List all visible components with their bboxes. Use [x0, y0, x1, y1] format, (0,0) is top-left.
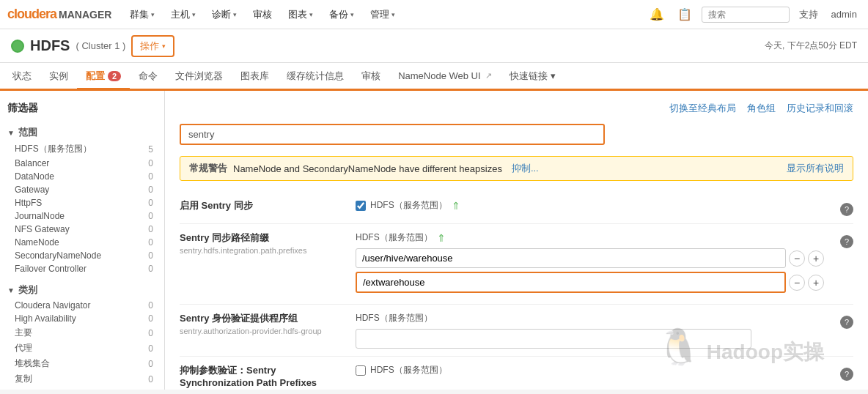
help-col: ?	[831, 199, 853, 216]
category-section: ▼ 类别 Cloudera Navigator 0 High Availabil…	[7, 281, 157, 387]
tab-quick-links[interactable]: 快速链接 ▾	[501, 64, 564, 90]
sentry-path-input-2[interactable]	[356, 272, 786, 293]
dropdown-caret: ▾	[192, 11, 196, 18]
scope-list: HDFS（服务范围） 5 Balancer 0 DataNode 0 Gatew…	[7, 141, 157, 275]
search-input[interactable]	[702, 7, 790, 23]
service-header: HDFS ( Cluster 1 ) 操作 ▾ 今天, 下午2点50分 EDT	[0, 29, 868, 63]
dropdown-caret: ▾	[391, 11, 395, 18]
remove-path-btn-1[interactable]: −	[789, 250, 805, 267]
scope-label: HDFS（服务范围）	[356, 231, 433, 244]
sidebar-item-cloudera-navigator[interactable]: Cloudera Navigator 0	[11, 299, 157, 312]
action-caret: ▾	[162, 42, 166, 50]
sidebar-item-balancer[interactable]: Balancer 0	[11, 157, 157, 170]
config-table: 启用 Sentry 同步 HDFS（服务范围） ⇑ ? Sentry 同步路径前…	[180, 192, 853, 390]
tab-instances[interactable]: 实例	[40, 64, 77, 90]
scope-row: HDFS（服务范围） ⇑	[356, 231, 824, 244]
dropdown-caret: ▾	[350, 11, 354, 18]
nav-item-charts[interactable]: 图表 ▾	[281, 0, 320, 29]
logo-cloudera: cloudera	[7, 7, 56, 22]
sidebar-item-secondary-namenode[interactable]: SecondaryNameNode 0	[11, 249, 157, 262]
add-path-btn-1[interactable]: +	[808, 250, 824, 267]
sidebar-item-stack-collection[interactable]: 堆栈集合 0	[11, 356, 157, 371]
help-icon[interactable]: ?	[840, 368, 853, 381]
config-control-col: HDFS（服务范围）	[356, 364, 824, 376]
sidebar-item-proxy[interactable]: 代理 0	[11, 341, 157, 356]
nav-item-backup[interactable]: 备份 ▾	[322, 0, 361, 29]
sidebar-item-datanode[interactable]: DataNode 0	[11, 170, 157, 183]
config-search-input[interactable]	[180, 124, 605, 145]
external-link-icon: ↗	[485, 71, 492, 81]
scope-arrow-icon: ⇑	[437, 232, 446, 244]
support-link[interactable]: 支持	[795, 8, 822, 21]
nav-right: 🔔 📋 支持 admin	[646, 6, 861, 23]
service-time: 今天, 下午2点50分 EDT	[765, 40, 857, 52]
help-icon[interactable]: ?	[840, 316, 853, 329]
show-all-desc-link[interactable]: 显示所有说明	[787, 162, 844, 175]
config-row-sentry-sync-path: Sentry 同步路径前缀 sentry.hdfs.integration.pa…	[180, 224, 853, 305]
tab-commands[interactable]: 命令	[130, 64, 166, 90]
sentry-auth-provider-input[interactable]: hive	[356, 329, 751, 349]
sidebar-item-gateway[interactable]: Gateway 0	[11, 183, 157, 196]
tab-status[interactable]: 状态	[4, 64, 40, 90]
scope-label: HDFS（服务范围）	[370, 364, 447, 376]
sentry-sync-path-label: Sentry 同步路径前缀	[180, 231, 348, 245]
role-group-link[interactable]: 角色组	[747, 102, 776, 115]
add-path-btn-2[interactable]: +	[808, 275, 824, 291]
suppress-sync-checkbox-row: HDFS（服务范围）	[356, 364, 824, 376]
tab-cache-stats[interactable]: 缓存统计信息	[278, 64, 353, 90]
suppress-sentry-sync-checkbox[interactable]	[356, 365, 366, 376]
warning-suppress-link[interactable]: 抑制...	[512, 162, 539, 175]
sub-navigation: 状态 实例 配置 2 命令 文件浏览器 图表库 缓存统计信息 审核 NameNo…	[0, 63, 868, 91]
remove-path-btn-2[interactable]: −	[789, 275, 805, 291]
help-icon[interactable]: ?	[840, 235, 853, 248]
service-name: HDFS	[30, 37, 70, 54]
bell-icon[interactable]: 🔔	[646, 6, 668, 23]
scope-section: ▼ 范围 HDFS（服务范围） 5 Balancer 0 DataNode 0 …	[7, 124, 157, 275]
scope-row: HDFS（服务范围） ⇑	[356, 199, 824, 212]
config-badge: 2	[108, 71, 121, 81]
top-navigation: cloudera MANAGER 群集 ▾ 主机 ▾ 诊断 ▾ 审核 图表 ▾ …	[0, 0, 868, 29]
sidebar-item-main[interactable]: 主要 0	[11, 325, 157, 341]
tab-chart-library[interactable]: 图表库	[232, 64, 278, 90]
scope-row: HDFS（服务范围）	[356, 312, 824, 324]
help-col: ?	[831, 364, 853, 381]
tasks-icon[interactable]: 📋	[674, 6, 696, 23]
admin-menu[interactable]: admin	[828, 9, 861, 20]
tab-audit[interactable]: 审核	[353, 64, 389, 90]
sentry-sync-enable-label: 启用 Sentry 同步	[180, 199, 348, 212]
sidebar-item-replication[interactable]: 复制 0	[11, 371, 157, 387]
sidebar-item-httpfs[interactable]: HttpFS 0	[11, 196, 157, 209]
history-link[interactable]: 历史记录和回滚	[787, 102, 853, 115]
classic-layout-link[interactable]: 切换至经典布局	[669, 102, 736, 115]
sentry-sync-enable-checkbox[interactable]	[356, 201, 366, 211]
path-input-row-1: − +	[356, 248, 824, 268]
action-button[interactable]: 操作 ▾	[131, 35, 174, 57]
nav-item-admin[interactable]: 管理 ▾	[363, 0, 402, 29]
sentry-path-input-1[interactable]	[356, 248, 786, 268]
dropdown-caret: ▾	[309, 11, 313, 18]
sidebar-item-failover[interactable]: Failover Controller 0	[11, 262, 157, 275]
service-status-dot	[11, 40, 24, 53]
service-title: HDFS ( Cluster 1 ) 操作 ▾	[11, 35, 174, 57]
nav-item-audit[interactable]: 审核	[246, 0, 279, 29]
sidebar-item-hdfs-service[interactable]: HDFS（服务范围） 5	[11, 141, 157, 157]
sidebar-item-high-availability[interactable]: High Availability 0	[11, 312, 157, 325]
sidebar-item-nfs-gateway[interactable]: NFS Gateway 0	[11, 223, 157, 236]
sidebar-item-namenode[interactable]: NameNode 0	[11, 236, 157, 249]
help-col: ?	[831, 231, 853, 248]
dropdown-caret: ▾	[233, 11, 237, 18]
config-row-suppress-sentry-sync: 抑制参数验证：Sentry Synchronization Path Prefi…	[180, 357, 853, 390]
category-section-header[interactable]: ▼ 类别	[7, 281, 157, 299]
sidebar-item-journalnode[interactable]: JournalNode 0	[11, 209, 157, 223]
category-caret: ▼	[7, 286, 15, 294]
nav-item-diag[interactable]: 诊断 ▾	[205, 0, 244, 29]
scope-section-header[interactable]: ▼ 范围	[7, 124, 157, 141]
help-icon[interactable]: ?	[840, 203, 853, 216]
scope-arrow-icon: ⇑	[452, 200, 460, 212]
tab-namenode-webui[interactable]: NameNode Web UI ↗	[389, 64, 500, 90]
nav-item-host[interactable]: 主机 ▾	[163, 0, 203, 29]
tab-file-browser[interactable]: 文件浏览器	[166, 64, 232, 90]
tab-config[interactable]: 配置 2	[77, 64, 130, 90]
main-content: 筛选器 ▼ 范围 HDFS（服务范围） 5 Balancer 0 DataNod…	[0, 91, 868, 390]
nav-item-cluster[interactable]: 群集 ▾	[122, 0, 162, 29]
